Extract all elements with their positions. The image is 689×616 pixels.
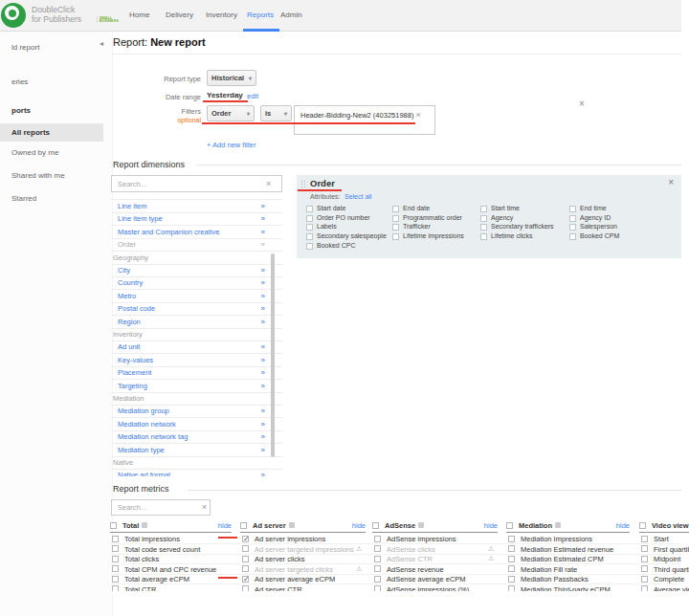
nav-item-admin[interactable]: Admin — [280, 11, 302, 19]
metric-checkbox-adsense-clicks[interactable] — [374, 545, 381, 552]
metrics-search-input[interactable] — [111, 499, 211, 516]
select-all-link[interactable]: Select all — [344, 193, 371, 200]
expand-chevron-icon[interactable]: » — [261, 264, 265, 276]
hide-column-link[interactable]: hide — [352, 521, 366, 530]
metric-checkbox-total-ctr[interactable] — [112, 585, 119, 591]
metric-checkbox-first-quartile[interactable] — [641, 545, 648, 552]
sidebar-item-ld-report[interactable]: ld report — [0, 42, 103, 54]
metric-checkbox-adsense-revenue[interactable] — [374, 565, 381, 572]
metric-checkbox-adsense-impressions[interactable] — [374, 536, 381, 542]
nav-item-inventory[interactable]: Inventory — [206, 11, 237, 19]
attribute-checkbox-secondary-traffickers[interactable] — [480, 224, 487, 231]
order-panel-close-icon[interactable]: × — [668, 177, 674, 187]
metric-checkbox-total-code-served-count[interactable] — [112, 545, 119, 552]
column-select-checkbox[interactable] — [639, 522, 646, 529]
metric-checkbox-mediation-estimated-cpm[interactable] — [508, 556, 515, 562]
filter-remove-icon[interactable]: × — [579, 99, 585, 109]
attribute-checkbox-start-time[interactable] — [480, 206, 487, 212]
sidebar-item-eries[interactable]: eries — [0, 77, 103, 88]
expand-chevron-icon[interactable]: » — [261, 341, 265, 353]
expand-chevron-icon[interactable]: » — [261, 354, 265, 366]
nav-item-delivery[interactable]: Delivery — [166, 11, 193, 19]
dimension-item-native-ad-format[interactable]: Native ad format» — [111, 469, 282, 476]
attribute-checkbox-agency-id[interactable] — [569, 215, 576, 222]
dimension-item-order[interactable]: Order» — [111, 238, 282, 252]
expand-chevron-icon[interactable]: » — [261, 302, 265, 315]
metric-checkbox-total-average-ecpm[interactable] — [112, 576, 119, 583]
date-range-edit-link[interactable]: edit — [247, 92, 258, 100]
nav-item-home[interactable]: Home — [129, 11, 149, 19]
expand-chevron-icon[interactable]: » — [261, 212, 265, 225]
dimension-item-metro[interactable]: Metro» — [111, 290, 282, 303]
chip-remove-icon[interactable]: × — [416, 110, 421, 120]
expand-chevron-icon[interactable]: » — [261, 380, 265, 392]
metric-checkbox-ad-server-impressions[interactable] — [242, 536, 249, 542]
column-select-checkbox[interactable] — [372, 522, 379, 529]
dimension-item-region[interactable]: Region» — [111, 316, 282, 329]
sidebar-item-starred[interactable]: Starred — [0, 193, 103, 205]
metric-checkbox-third-quartile[interactable] — [641, 565, 648, 572]
metric-checkbox-midpoint[interactable] — [641, 556, 648, 562]
expand-chevron-icon[interactable]: » — [261, 290, 265, 302]
dimensions-search-clear-icon[interactable]: × — [266, 179, 271, 188]
metric-checkbox-mediation-fill-rate[interactable] — [508, 565, 515, 572]
dimension-item-country[interactable]: Country» — [111, 276, 282, 290]
attribute-checkbox-labels[interactable] — [306, 224, 313, 231]
metric-checkbox-adsense-average-ecpm[interactable] — [374, 576, 381, 583]
dimension-item-city[interactable]: City» — [111, 264, 282, 277]
metric-checkbox-total-impressions[interactable] — [112, 536, 119, 542]
dimensions-search-input[interactable] — [111, 175, 282, 192]
attribute-checkbox-trafficker[interactable] — [392, 224, 399, 231]
dimension-item-targeting[interactable]: Targeting» — [111, 380, 282, 393]
metrics-search-clear-icon[interactable]: × — [202, 502, 207, 512]
dimension-item-mediation-type[interactable]: Mediation type» — [111, 444, 282, 457]
expand-chevron-icon[interactable]: » — [261, 430, 265, 443]
metric-checkbox-complete[interactable] — [641, 576, 648, 583]
metric-checkbox-start[interactable] — [641, 536, 648, 542]
metric-checkbox-ad-server-targeted-impressions[interactable] — [242, 545, 249, 552]
dimension-item-mediation-network-tag[interactable]: Mediation network tag» — [111, 430, 282, 444]
dimension-item-mediation-group[interactable]: Mediation group» — [111, 405, 282, 418]
expand-chevron-icon[interactable]: » — [261, 316, 265, 328]
expand-chevron-icon[interactable]: » — [261, 418, 265, 430]
column-select-checkbox[interactable] — [506, 522, 513, 529]
metric-checkbox-average-view[interactable] — [641, 585, 648, 591]
expand-chevron-icon[interactable]: » — [261, 444, 265, 456]
expand-chevron-icon[interactable]: » — [261, 238, 265, 251]
expand-chevron-icon[interactable]: » — [261, 276, 265, 289]
attribute-checkbox-end-date[interactable] — [392, 206, 399, 212]
metric-checkbox-ad-server-average-ecpm[interactable] — [242, 576, 249, 583]
hide-column-link[interactable]: hide — [616, 521, 630, 530]
report-type-dropdown[interactable]: Historical ▾ — [207, 70, 256, 86]
dimension-item-postal-code[interactable]: Postal code» — [111, 302, 282, 316]
dimension-item-placement[interactable]: Placement» — [111, 366, 282, 380]
dimension-item-mediation-network[interactable]: Mediation network» — [111, 418, 282, 431]
expand-chevron-icon[interactable]: » — [261, 366, 265, 379]
attribute-checkbox-secondary-salespeople[interactable] — [306, 233, 313, 240]
attribute-checkbox-programmatic-order[interactable] — [392, 215, 399, 222]
sidebar-item-all-reports[interactable]: All reports — [0, 123, 103, 142]
dimensions-scrollbar-thumb[interactable] — [271, 253, 275, 457]
hide-column-link[interactable]: hide — [218, 521, 232, 530]
metric-checkbox-ad-server-targeted-clicks[interactable] — [242, 565, 249, 572]
metric-checkbox-mediation-passbacks[interactable] — [508, 576, 515, 583]
expand-chevron-icon[interactable]: » — [261, 200, 265, 212]
filter-value-box[interactable]: Header-Bidding-New2 (403251988) × — [294, 105, 435, 135]
sidebar-item-shared-with-me[interactable]: Shared with me — [0, 170, 103, 182]
attribute-checkbox-booked-cpc[interactable] — [306, 243, 313, 250]
dimension-item-ad-unit[interactable]: Ad unit» — [111, 341, 282, 354]
filter-field-dropdown[interactable]: Order ▾ — [207, 105, 255, 121]
metric-checkbox-adsense-ctr[interactable] — [374, 556, 381, 562]
attribute-checkbox-start-date[interactable] — [306, 206, 313, 212]
attribute-checkbox-salesperson[interactable] — [569, 224, 576, 231]
attribute-checkbox-agency[interactable] — [480, 215, 487, 222]
metric-checkbox-total-cpm-and-cpc-revenue[interactable] — [112, 565, 119, 572]
attribute-checkbox-lifetime-clicks[interactable] — [480, 233, 487, 240]
metric-checkbox-mediation-third-party-ecpm[interactable] — [508, 585, 515, 591]
dimension-item-line-item-type[interactable]: Line item type» — [111, 212, 282, 226]
dimension-item-key-values[interactable]: Key-values» — [111, 354, 282, 367]
metric-checkbox-adsense-impressions[interactable] — [374, 585, 381, 591]
sidebar-item-owned-by-me[interactable]: Owned by me — [0, 147, 103, 159]
column-select-checkbox[interactable] — [110, 522, 117, 529]
metric-checkbox-ad-server-ctr[interactable] — [242, 585, 249, 591]
